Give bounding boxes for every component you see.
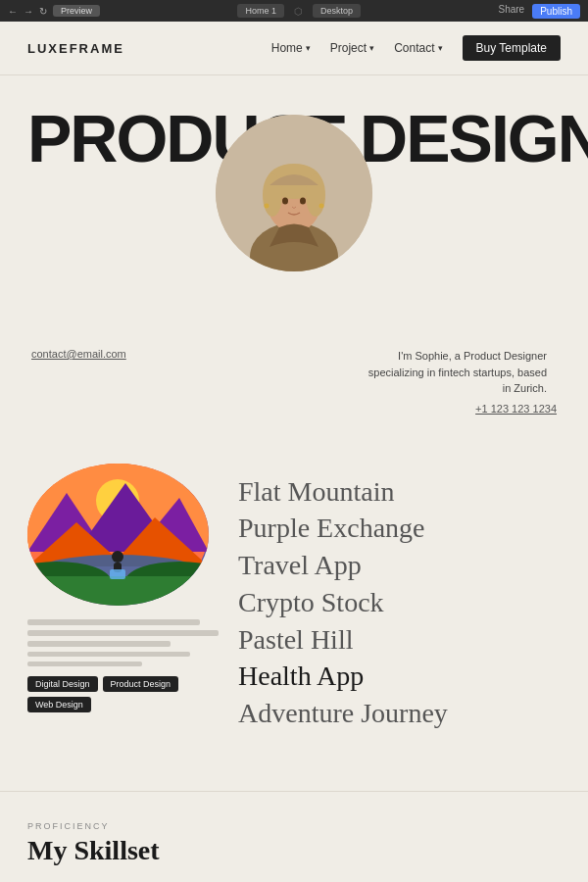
hero-section: PRODUCT DESIGN	[0, 75, 588, 434]
share-button[interactable]: Share	[499, 4, 525, 19]
tag-digital[interactable]: Digital Design	[27, 676, 98, 692]
avatar	[216, 115, 372, 271]
back-icon[interactable]: ←	[8, 6, 18, 17]
desc-line-1	[27, 619, 200, 625]
refresh-icon[interactable]: ↻	[39, 6, 47, 17]
tag-product[interactable]: Product Design	[103, 676, 179, 692]
nav-project[interactable]: Project ▾	[330, 41, 374, 55]
preview-button[interactable]: Preview	[53, 5, 100, 17]
desc-line-3	[27, 641, 171, 647]
portfolio-section: Digital Design Product Design Web Design…	[0, 434, 588, 762]
tag-web[interactable]: Web Design	[27, 697, 91, 712]
skills-title: My Skillset	[27, 835, 561, 866]
project-crypto-stock[interactable]: Crypto Stock	[238, 584, 561, 621]
svg-point-24	[112, 551, 123, 563]
nav-home[interactable]: Home ▾	[271, 41, 311, 55]
browser-tabs: Home 1 ⬡ Desktop	[237, 4, 361, 18]
project-thumbnail	[27, 464, 209, 606]
desc-line-2	[27, 630, 219, 636]
tab-home[interactable]: Home 1	[237, 4, 284, 18]
nav-home-label: Home	[271, 41, 303, 55]
project-description	[27, 619, 219, 666]
chevron-down-icon: ▾	[438, 43, 443, 53]
phone-number[interactable]: +1 123 123 1234	[475, 403, 557, 415]
navigation: LUXEFRAME Home ▾ Project ▾ Contact ▾ Buy…	[0, 22, 588, 75]
nav-contact-label: Contact	[394, 41, 434, 55]
desc-line-5	[27, 662, 142, 666]
nav-links: Home ▾ Project ▾ Contact ▾ Buy Template	[271, 35, 561, 61]
tab-desktop[interactable]: Desktop	[313, 4, 361, 18]
hero-bio: I'm Sophie, a Product Designer specializ…	[361, 348, 547, 397]
project-adventure-journey[interactable]: Adventure Journey	[238, 695, 561, 732]
contact-email[interactable]: contact@email.com	[31, 348, 126, 360]
svg-rect-23	[27, 576, 209, 606]
svg-point-8	[300, 198, 306, 205]
browser-actions: Share Publish	[499, 4, 581, 19]
tab-separator: ⬡	[294, 6, 303, 17]
project-list: Flat Mountain Purple Exchange Travel App…	[238, 464, 561, 733]
spacer	[0, 761, 588, 791]
svg-rect-26	[110, 569, 125, 579]
chevron-down-icon: ▾	[306, 43, 311, 53]
project-flat-mountain[interactable]: Flat Mountain	[238, 473, 561, 511]
forward-icon[interactable]: →	[24, 6, 33, 17]
logo: LUXEFRAME	[27, 41, 124, 56]
project-travel-app[interactable]: Travel App	[238, 547, 561, 584]
svg-point-9	[265, 204, 270, 209]
project-pastel-hill[interactable]: Pastel Hill	[238, 621, 561, 659]
hero-info: contact@email.com I'm Sophie, a Product …	[27, 348, 561, 415]
desc-line-4	[27, 652, 190, 657]
portfolio-tags: Digital Design Product Design Web Design	[27, 676, 219, 712]
svg-point-10	[319, 204, 324, 209]
publish-button[interactable]: Publish	[532, 4, 580, 19]
nav-contact[interactable]: Contact ▾	[394, 41, 442, 55]
chevron-down-icon: ▾	[369, 43, 374, 53]
browser-bar: ← → ↻ Preview Home 1 ⬡ Desktop Share Pub…	[0, 0, 588, 22]
svg-point-7	[282, 198, 288, 205]
buy-template-button[interactable]: Buy Template	[463, 35, 562, 61]
browser-controls: ← → ↻ Preview	[8, 5, 100, 17]
skills-label: PROFICIENCY	[27, 821, 561, 831]
skills-section: PROFICIENCY My Skillset 01. User-Centere…	[0, 791, 588, 882]
portfolio-left: Digital Design Product Design Web Design	[27, 464, 219, 733]
nav-project-label: Project	[330, 41, 367, 55]
project-purple-exchange[interactable]: Purple Exchange	[238, 510, 561, 547]
project-health-app[interactable]: Health App	[238, 658, 561, 695]
